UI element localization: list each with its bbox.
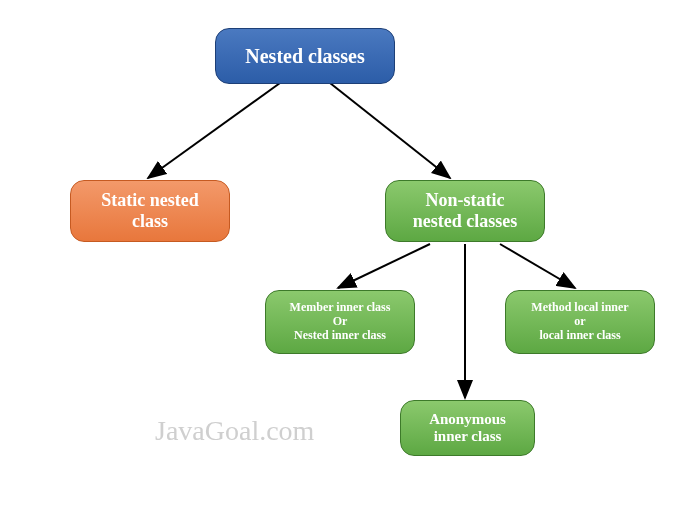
- node-label-line: nested classes: [413, 211, 518, 232]
- watermark-text: JavaGoal.com: [155, 415, 314, 447]
- node-label-line: Member inner class: [290, 301, 391, 315]
- node-label-line: inner class: [434, 428, 502, 445]
- node-member-inner-class: Member inner class Or Nested inner class: [265, 290, 415, 354]
- node-method-local-inner-class: Method local inner or local inner class: [505, 290, 655, 354]
- node-label-line: class: [132, 211, 168, 232]
- node-label-line: or: [574, 315, 585, 329]
- node-label-line: local inner class: [539, 329, 620, 343]
- node-non-static-nested-classes: Non-static nested classes: [385, 180, 545, 242]
- node-anonymous-inner-class: Anonymous inner class: [400, 400, 535, 456]
- node-label-line: Static nested: [101, 190, 199, 211]
- node-static-nested-class: Static nested class: [70, 180, 230, 242]
- svg-line-1: [148, 83, 280, 178]
- node-label-line: Non-static: [426, 190, 505, 211]
- svg-line-3: [338, 244, 430, 288]
- node-label: Nested classes: [245, 45, 364, 68]
- node-label-line: Nested inner class: [294, 329, 386, 343]
- svg-line-4: [500, 244, 575, 288]
- node-label-line: Method local inner: [531, 301, 628, 315]
- node-label-line: Or: [333, 315, 348, 329]
- node-nested-classes: Nested classes: [215, 28, 395, 84]
- svg-line-2: [330, 83, 450, 178]
- node-label-line: Anonymous: [429, 411, 506, 428]
